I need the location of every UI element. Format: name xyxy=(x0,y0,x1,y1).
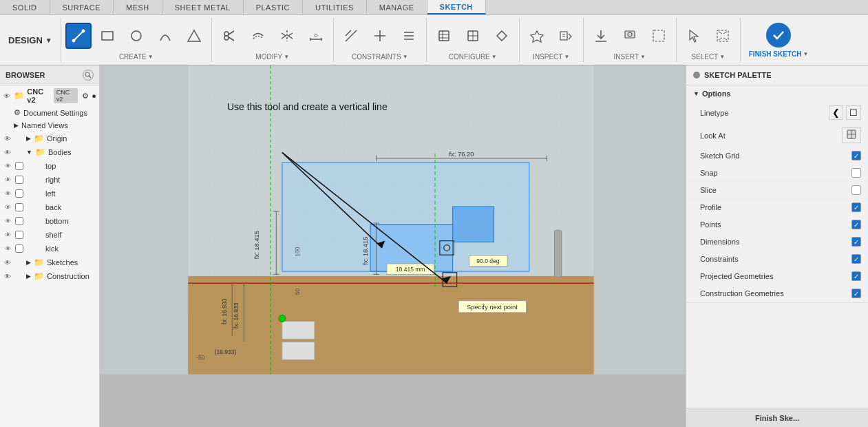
insert1-button[interactable] xyxy=(588,23,614,49)
eye-icon[interactable]: 👁 xyxy=(3,202,12,212)
tab-solid[interactable]: SOLID xyxy=(0,0,50,14)
eye-icon[interactable]: 👁 xyxy=(3,230,12,240)
select-group-label[interactable]: SELECT ▼ xyxy=(691,53,725,61)
eye-icon[interactable]: 👁 xyxy=(3,161,12,171)
sidebar-item-left[interactable]: 👁 left xyxy=(0,187,99,200)
eye-icon[interactable]: 👁 xyxy=(3,244,12,253)
offset-tool-button[interactable] xyxy=(245,23,271,49)
sidebar-item-back[interactable]: 👁 back xyxy=(0,200,99,214)
design-dropdown[interactable]: DESIGN ▼ xyxy=(0,18,61,62)
palette-options-header[interactable]: ▼ Options xyxy=(686,85,868,102)
eye-icon[interactable]: 👁 xyxy=(3,91,11,101)
finish-sketch-label[interactable]: FINISH SKETCH ▼ xyxy=(749,50,809,58)
expand-icon[interactable]: ▶ xyxy=(26,135,31,142)
sidebar-item-shelf[interactable]: 👁 shelf xyxy=(0,228,99,242)
look-at-icon[interactable] xyxy=(842,127,861,143)
tab-mesh[interactable]: MESH xyxy=(114,0,162,14)
dimension-tool-button[interactable]: D xyxy=(303,23,329,49)
configure1-button[interactable] xyxy=(431,23,457,49)
sidebar-item-sketches[interactable]: 👁 ▶ 📁 Sketches xyxy=(0,256,99,269)
slice-checkbox[interactable] xyxy=(851,185,861,195)
sidebar-item-doc-settings[interactable]: ⚙ Document Settings xyxy=(0,106,99,119)
sidebar-item-cnc[interactable]: 👁 📁 CNC v2 CNC v2 ⚙ ● xyxy=(0,85,99,106)
select2-button[interactable] xyxy=(710,23,736,49)
sidebar-item-named-views[interactable]: ▶ Named Views xyxy=(0,119,99,132)
tab-sketch[interactable]: SKETCH xyxy=(427,0,486,14)
top-label: top xyxy=(45,162,56,170)
points-checkbox[interactable]: ✓ xyxy=(851,220,861,229)
sketch-grid-checkbox[interactable]: ✓ xyxy=(851,151,861,160)
expand-icon[interactable]: ▶ xyxy=(26,259,31,266)
inspect2-button[interactable] xyxy=(553,23,579,49)
inspect1-button[interactable] xyxy=(524,23,550,49)
eye-icon[interactable]: 👁 xyxy=(3,134,12,143)
visibility-icon[interactable]: ● xyxy=(92,92,96,100)
mirror-tool-button[interactable] xyxy=(274,23,300,49)
sidebar-item-right[interactable]: 👁 right xyxy=(0,173,99,187)
expand-icon[interactable]: ▶ xyxy=(26,273,31,280)
sidebar-item-construction[interactable]: 👁 ▶ 📁 Construction xyxy=(0,269,99,283)
expand-icon[interactable]: ▼ xyxy=(26,149,32,156)
construction-geo-checkbox[interactable]: ✓ xyxy=(851,289,861,298)
expand-icon[interactable]: ▶ xyxy=(14,122,19,129)
sidebar-item-bottom[interactable]: 👁 bottom xyxy=(0,214,99,228)
eye-icon[interactable]: 👁 xyxy=(3,189,12,198)
tab-surface[interactable]: SURFACE xyxy=(50,0,114,14)
line-tool-button[interactable] xyxy=(65,23,92,49)
create-group-label[interactable]: CREATE ▼ xyxy=(119,53,154,61)
construction-folder-icon: 📁 xyxy=(34,271,44,281)
linetype-right-icon[interactable]: ☐ xyxy=(846,105,861,120)
configure3-button[interactable] xyxy=(489,23,515,49)
eye-icon[interactable]: 👁 xyxy=(3,271,12,281)
tab-manage[interactable]: MANAGE xyxy=(367,0,427,14)
right-checkbox[interactable] xyxy=(15,176,23,184)
dimensions-checkbox[interactable]: ✓ xyxy=(851,237,861,247)
bottom-checkbox[interactable] xyxy=(15,217,23,225)
scissors-tool-button[interactable] xyxy=(216,23,242,49)
finish-sketch-group[interactable]: FINISH SKETCH ▼ xyxy=(741,18,817,62)
modify-group-label[interactable]: MODIFY ▼ xyxy=(255,53,289,61)
tab-utilities[interactable]: UTILITIES xyxy=(303,0,367,14)
toolbar-buttons: DESIGN ▼ xyxy=(0,15,868,65)
shelf-checkbox[interactable] xyxy=(15,231,23,239)
triangle-tool-button[interactable] xyxy=(181,23,207,49)
eye-icon[interactable]: 👁 xyxy=(3,147,12,157)
configure-group-label[interactable]: CONFIGURE ▼ xyxy=(449,53,497,61)
left-checkbox[interactable] xyxy=(15,189,23,198)
profile-checkbox[interactable]: ✓ xyxy=(851,202,861,212)
insert2-button[interactable] xyxy=(617,23,643,49)
search-icon[interactable] xyxy=(83,70,94,81)
toolbar-group-constraints: CONSTRAINTS ▼ xyxy=(334,18,427,62)
sidebar-item-origin[interactable]: 👁 ▶ 📁 Origin xyxy=(0,132,99,145)
insert3-button[interactable] xyxy=(646,23,672,49)
eye-icon[interactable]: 👁 xyxy=(3,216,12,226)
arc-tool-button[interactable] xyxy=(152,23,178,49)
insert-group-label[interactable]: INSERT ▼ xyxy=(614,53,646,61)
constraint1-button[interactable] xyxy=(338,23,364,49)
back-checkbox[interactable] xyxy=(15,203,23,211)
constraints-checkbox[interactable]: ✓ xyxy=(851,254,861,264)
snap-checkbox[interactable] xyxy=(851,168,861,178)
finish-sketch-palette-button[interactable]: Finish Ske... xyxy=(686,408,868,427)
constraint2-button[interactable] xyxy=(367,23,393,49)
tab-sheet-metal[interactable]: SHEET METAL xyxy=(162,0,244,14)
select1-button[interactable] xyxy=(681,23,707,49)
eye-icon[interactable]: 👁 xyxy=(3,175,12,185)
sidebar-item-bodies[interactable]: 👁 ▼ 📁 Bodies xyxy=(0,145,99,159)
sidebar-item-kick[interactable]: 👁 kick xyxy=(0,242,99,256)
tab-plastic[interactable]: PLASTIC xyxy=(244,0,303,14)
circle-tool-button[interactable] xyxy=(123,23,149,49)
sidebar-item-top[interactable]: 👁 top xyxy=(0,159,99,173)
inspect-group-label[interactable]: INSPECT ▼ xyxy=(533,53,569,61)
rectangle-tool-button[interactable] xyxy=(94,23,120,49)
settings-icon[interactable]: ⚙ xyxy=(82,92,89,101)
configure2-button[interactable] xyxy=(460,23,486,49)
kick-checkbox[interactable] xyxy=(15,244,23,253)
top-checkbox[interactable] xyxy=(15,162,23,170)
constraint3-button[interactable] xyxy=(396,23,422,49)
linetype-left-icon[interactable]: ❮ xyxy=(829,105,843,120)
constraints-group-label[interactable]: CONSTRAINTS ▼ xyxy=(352,53,408,61)
eye-icon[interactable]: 👁 xyxy=(3,258,12,267)
projected-geo-checkbox[interactable]: ✓ xyxy=(851,271,861,281)
canvas-area[interactable]: fx: 76.20 fx: 18.415 fx: 18.415 18.415 m… xyxy=(100,65,686,427)
